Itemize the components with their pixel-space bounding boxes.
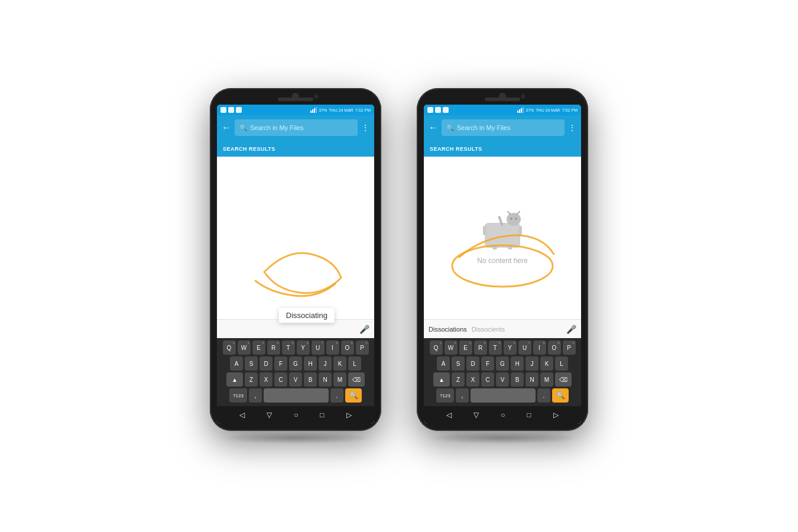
key-l-2[interactable]: L: [555, 356, 568, 371]
more-button-2[interactable]: ⋮: [568, 123, 576, 132]
key-f-1[interactable]: F: [274, 356, 287, 371]
key-t-2[interactable]: T5: [489, 340, 502, 355]
nav-square-2[interactable]: □: [527, 411, 531, 419]
key-shift-2[interactable]: ▲: [433, 372, 450, 387]
key-o-2[interactable]: O9: [548, 340, 561, 355]
key-j-1[interactable]: J: [319, 356, 332, 371]
status-right-2: 37% THU 24 MAR 7:02 PM: [517, 107, 578, 113]
nav-circle-1[interactable]: ○: [294, 411, 298, 419]
key-f-2[interactable]: F: [481, 356, 494, 371]
nav-back-2[interactable]: ◁: [446, 411, 452, 419]
keyboard-bottom-2: ?123 , . 🔍: [425, 388, 580, 403]
svg-rect-9: [508, 245, 512, 249]
key-x-1[interactable]: X: [259, 372, 273, 387]
key-search-btn-1[interactable]: 🔍: [345, 388, 362, 403]
more-button-1[interactable]: ⋮: [361, 123, 369, 132]
key-p-1[interactable]: P0: [356, 340, 369, 355]
key-i-1[interactable]: I8: [326, 340, 339, 355]
key-n-1[interactable]: N: [319, 372, 332, 387]
nav-circle-2[interactable]: ○: [501, 411, 505, 419]
key-y-2[interactable]: Y6: [504, 340, 517, 355]
key-p-2[interactable]: P0: [563, 340, 576, 355]
key-r-1[interactable]: R4: [267, 340, 280, 355]
back-button-2[interactable]: ←: [429, 122, 438, 133]
search-results-label-1: SEARCH RESULTS: [223, 146, 275, 152]
key-d-1[interactable]: D: [259, 356, 273, 371]
key-g-1[interactable]: G: [289, 356, 302, 371]
nav-square-1[interactable]: □: [320, 411, 324, 419]
svg-point-2: [510, 218, 512, 220]
key-u-1[interactable]: U7: [312, 340, 325, 355]
key-k-1[interactable]: K: [333, 356, 346, 371]
key-z-2[interactable]: Z: [452, 372, 465, 387]
search-placeholder-1: Search in My Files: [250, 124, 303, 131]
nav-forward-2[interactable]: ▷: [553, 411, 559, 419]
key-v-2[interactable]: V: [496, 372, 509, 387]
key-m-2[interactable]: M: [540, 372, 553, 387]
key-c-1[interactable]: C: [274, 372, 287, 387]
key-y-1[interactable]: Y6: [297, 340, 310, 355]
key-s-1[interactable]: S: [245, 356, 258, 371]
search-icon-1: 🔍: [239, 124, 248, 132]
key-123-1[interactable]: ?123: [229, 388, 247, 403]
key-comma-2[interactable]: ,: [456, 388, 469, 403]
key-e-1[interactable]: E3: [252, 340, 265, 355]
key-j-2[interactable]: J: [525, 356, 539, 371]
key-a-2[interactable]: A: [437, 356, 450, 371]
back-button-1[interactable]: ←: [222, 122, 231, 133]
key-w-1[interactable]: W2: [238, 340, 251, 355]
key-q-2[interactable]: Q1: [430, 340, 443, 355]
keyboard-2[interactable]: Q1 W2 E3 R4 T5 Y6 U7 I8 O9 P0 A S: [424, 338, 581, 406]
key-o-1[interactable]: O9: [341, 340, 354, 355]
key-123-2[interactable]: ?123: [436, 388, 454, 403]
key-a-1[interactable]: A: [230, 356, 243, 371]
key-comma-1[interactable]: ,: [249, 388, 262, 403]
key-g-2[interactable]: G: [496, 356, 509, 371]
key-u-2[interactable]: U7: [518, 340, 531, 355]
key-v-1[interactable]: V: [289, 372, 302, 387]
key-period-2[interactable]: .: [537, 388, 550, 403]
key-i-2[interactable]: I8: [533, 340, 546, 355]
key-d-2[interactable]: D: [466, 356, 479, 371]
content-area-2: No content here: [424, 157, 581, 319]
key-b-1[interactable]: B: [304, 372, 317, 387]
nav-back-1[interactable]: ◁: [239, 411, 245, 419]
search-box-2[interactable]: 🔍 Search in My Files: [442, 119, 565, 136]
autocomplete-word-2: Dissociations: [429, 326, 467, 333]
status-icons-2: [427, 107, 449, 113]
key-shift-1[interactable]: ▲: [226, 372, 243, 387]
key-q-1[interactable]: Q1: [223, 340, 236, 355]
key-n-2[interactable]: N: [525, 372, 539, 387]
key-b-2[interactable]: B: [511, 372, 524, 387]
search-box-1[interactable]: 🔍 Search in My Files: [235, 119, 358, 136]
key-r-2[interactable]: R4: [474, 340, 487, 355]
key-z-1[interactable]: Z: [245, 372, 258, 387]
keyboard-row-1-1: Q1 W2 E3 R4 T5 Y6 U7 I8 O9 P0: [218, 340, 373, 355]
key-t-1[interactable]: T5: [282, 340, 295, 355]
phone-2: 37% THU 24 MAR 7:02 PM ← 🔍 Search in My …: [417, 88, 588, 444]
app-bar-2: ← 🔍 Search in My Files ⋮: [424, 115, 581, 140]
autocomplete-bar-1: Dissociating 🎤: [217, 319, 374, 338]
key-s-2[interactable]: S: [452, 356, 465, 371]
nav-forward-1[interactable]: ▷: [346, 411, 352, 419]
key-c-2[interactable]: C: [481, 372, 494, 387]
key-m-1[interactable]: M: [333, 372, 346, 387]
key-delete-2[interactable]: ⌫: [555, 372, 572, 387]
nav-home-1[interactable]: ▽: [267, 411, 272, 419]
key-h-1[interactable]: H: [304, 356, 317, 371]
key-e-2[interactable]: E3: [459, 340, 472, 355]
autocomplete-bar-2: Dissociations Dissocients 🎤: [424, 319, 581, 338]
key-search-btn-2[interactable]: 🔍: [552, 388, 569, 403]
key-period-1[interactable]: .: [330, 388, 343, 403]
nav-bar-2: ◁ ▽ ○ □ ▷: [424, 406, 581, 424]
key-delete-1[interactable]: ⌫: [348, 372, 365, 387]
key-k-2[interactable]: K: [540, 356, 553, 371]
nav-home-2[interactable]: ▽: [473, 411, 479, 419]
key-space-2[interactable]: [471, 388, 536, 403]
key-space-1[interactable]: [264, 388, 329, 403]
keyboard-1[interactable]: Q1 W2 E3 R4 T5 Y6 U7 I8 O9 P0 A S: [217, 338, 374, 406]
key-l-1[interactable]: L: [348, 356, 361, 371]
key-h-2[interactable]: H: [511, 356, 524, 371]
key-x-2[interactable]: X: [466, 372, 479, 387]
key-w-2[interactable]: W2: [445, 340, 458, 355]
